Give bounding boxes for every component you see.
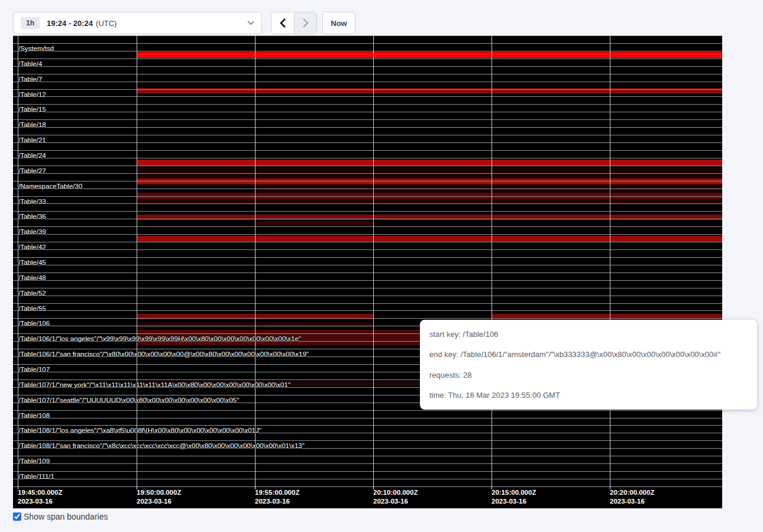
row-label: /Table/52: [18, 290, 46, 297]
prev-range-button[interactable]: [271, 12, 294, 34]
row-label: /Table/106: [18, 320, 50, 327]
duration-badge: 1h: [21, 17, 40, 29]
span-boundary-line: [13, 158, 722, 158]
span-boundary-line: [13, 463, 722, 464]
show-span-boundaries-row[interactable]: Show span boundaries: [13, 512, 108, 521]
span-boundary-line: [13, 440, 722, 441]
span-boundary-line: [13, 486, 722, 487]
span-boundary-line: [13, 173, 722, 174]
span-boundary-line: [13, 150, 722, 151]
show-span-boundaries-checkbox[interactable]: [13, 512, 21, 521]
row-label: /Table/24: [18, 152, 46, 160]
span-boundary-line: [13, 127, 722, 128]
time-range-text: 19:24 - 20:24: [47, 19, 93, 28]
time-range-nav: [271, 12, 317, 34]
row-label: /Table/108/1/"san francisco"/"\x8c\xcc\x…: [18, 442, 305, 450]
heat-band: [137, 160, 722, 166]
span-boundary-line: [13, 104, 722, 105]
now-button[interactable]: Now: [322, 12, 355, 34]
span-boundary-line: [13, 471, 722, 472]
heat-band: [137, 179, 722, 184]
row-label: /Table/15: [18, 106, 46, 113]
tooltip-start-key: start key: /Table/106: [429, 330, 748, 339]
tooltip: start key: /Table/106 end key: /Table/10…: [420, 320, 757, 410]
span-boundary-line: [13, 296, 722, 296]
row-label: /Table/36: [18, 213, 46, 220]
row-label: /Table/107/1/"seattle"/"UUUUUUD\x00\x80\…: [18, 397, 239, 404]
span-boundary-line: [13, 456, 722, 456]
span-boundary-line: [13, 66, 722, 67]
row-label: /Table/108: [18, 412, 50, 420]
row-label: /Table/106/1/"los angeles"/"\x99\x99\x99…: [18, 335, 301, 343]
span-boundary-line: [13, 418, 722, 419]
chevron-right-icon: [302, 18, 309, 28]
row-label: /Table/33: [18, 198, 46, 206]
span-boundary-line: [13, 196, 722, 197]
span-boundary-line: [13, 82, 722, 82]
time-gridline: [610, 35, 610, 486]
row-label: /Table/39: [18, 228, 46, 236]
span-boundary-line: [13, 288, 722, 288]
span-boundary-line: [13, 181, 722, 181]
row-label: /Table/42: [18, 244, 46, 251]
x-axis-label: 19:45:00.000Z2023-03-16: [18, 488, 62, 506]
span-boundary-line: [13, 112, 722, 112]
next-range-button[interactable]: [294, 12, 316, 34]
span-boundary-line: [13, 211, 722, 212]
span-boundary-line: [13, 226, 722, 227]
row-label: /Table/7: [18, 76, 42, 83]
time-gridline: [137, 35, 137, 486]
row-label: /Table/18: [18, 121, 46, 129]
heat-band: [255, 221, 373, 226]
span-boundary-line: [13, 89, 722, 90]
span-boundary-line: [13, 273, 722, 273]
row-label: /Table/107: [18, 366, 50, 374]
tooltip-time: time: Thu, 16 Mar 2023 19:55:00 GMT: [429, 391, 748, 400]
time-range-selector[interactable]: 1h 19:24 - 20:24 (UTC): [13, 12, 262, 34]
row-label: /Table/111/1: [18, 473, 54, 481]
heat-band: [137, 166, 722, 179]
span-boundary-line: [13, 43, 722, 44]
row-label: /Table/106/1/"san francisco"/"\x80\x00\x…: [18, 351, 309, 358]
timezone-label: (UTC): [96, 19, 117, 28]
span-boundary-line: [13, 249, 722, 250]
key-visualizer-page: 1h 19:24 - 20:24 (UTC) Now /System/tsd/T…: [0, 0, 763, 532]
span-boundary-line: [13, 410, 722, 411]
x-axis-label: 19:55:00.000Z2023-03-16: [255, 488, 299, 506]
span-boundary-line: [13, 234, 722, 235]
heat-band: [137, 52, 722, 58]
span-boundary-line: [13, 310, 722, 311]
span-boundary-line: [13, 303, 722, 304]
span-boundary-line: [13, 318, 722, 319]
row-label: /Table/12: [18, 91, 46, 99]
time-gridline: [373, 35, 374, 486]
span-boundary-line: [13, 96, 722, 97]
span-boundary-line: [13, 280, 722, 281]
row-label: /Table/45: [18, 259, 46, 267]
span-boundary-line: [13, 135, 722, 135]
heatmap[interactable]: /System/tsd/Table/4/Table/7/Table/12/Tab…: [13, 35, 722, 508]
time-gridline: [255, 35, 256, 486]
tooltip-end-key: end key: /Table/106/1/"amsterdam"/"\xb33…: [429, 350, 748, 359]
span-boundary-line: [13, 166, 722, 166]
row-label: /Table/55: [18, 305, 46, 313]
chevron-down-icon: [247, 21, 254, 25]
x-axis-label: 20:20:00.000Z2023-03-16: [610, 488, 654, 506]
row-label: /Table/48: [18, 274, 46, 282]
span-boundary-line: [13, 257, 722, 258]
chevron-left-icon: [280, 18, 286, 28]
row-label: /Table/4: [18, 60, 42, 68]
span-boundary-line: [13, 265, 722, 265]
span-boundary-line: [13, 119, 722, 120]
span-boundary-line: [13, 203, 722, 204]
x-axis-label: 20:15:00.000Z2023-03-16: [492, 488, 536, 506]
x-axis-label: 19:50:00.000Z2023-03-16: [137, 488, 181, 506]
row-label: /Table/27: [18, 167, 46, 175]
span-boundary-line: [13, 51, 722, 51]
span-boundary-line: [13, 219, 722, 219]
row-label: /Table/108/1/"los angeles"/"\xa8\xf5\u00…: [18, 427, 261, 434]
span-boundary-line: [13, 425, 722, 426]
row-label: /Table/109: [18, 458, 50, 465]
x-axis-label: 20:10:00.000Z2023-03-16: [373, 488, 418, 506]
span-boundary-line: [13, 59, 722, 59]
